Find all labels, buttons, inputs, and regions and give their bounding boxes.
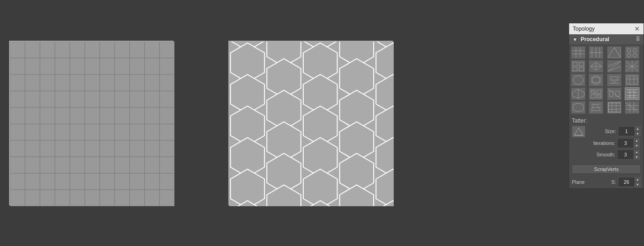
pattern-icon-13[interactable]	[571, 87, 586, 100]
scrapverts-button[interactable]: ScrapVerts	[572, 165, 641, 174]
size-value: 1	[618, 128, 634, 134]
plane-s-label: S:	[612, 179, 616, 185]
pattern-icon-10[interactable]	[589, 74, 603, 86]
size-arrows: ▲ ▼	[634, 127, 640, 136]
svg-rect-98	[608, 48, 621, 58]
plane-label: Plane	[572, 179, 585, 185]
size-down-arrow[interactable]: ▼	[635, 131, 640, 136]
tatter-size-row: Size: 1 ▲ ▼	[572, 126, 641, 137]
smooth-up-arrow[interactable]: ▲	[634, 150, 639, 155]
plane-row: Plane S: 26 ▲ ▼	[569, 176, 644, 188]
iterations-value: 3	[618, 140, 633, 146]
right-viewport	[228, 41, 393, 205]
pattern-icon-11[interactable]	[607, 74, 622, 86]
smooth-spinbox[interactable]: 3 ▲ ▼	[617, 150, 640, 160]
svg-rect-135	[626, 75, 639, 85]
plane-s-spinbox[interactable]: 26 ▲ ▼	[618, 177, 641, 187]
panel-close-icon[interactable]: ✕	[634, 25, 640, 32]
pattern-icon-19[interactable]	[607, 101, 622, 114]
svg-rect-88	[572, 48, 585, 58]
topology-panel: Topology ✕ ▼ Procedural ⠿	[569, 23, 644, 189]
iterations-up-arrow[interactable]: ▲	[634, 139, 639, 143]
section-arrow[interactable]: ▼	[573, 37, 577, 42]
pattern-icon-7[interactable]	[607, 60, 622, 73]
svg-rect-160	[572, 102, 585, 112]
plane-s-value: 26	[618, 179, 634, 185]
tatter-label: Tatter:	[572, 118, 641, 124]
panel-title: Topology	[573, 26, 595, 32]
pattern-icon-3[interactable]	[607, 46, 622, 59]
pattern-icon-14[interactable]	[589, 87, 603, 100]
section-grid-icon: ⠿	[636, 36, 640, 43]
size-label: Size:	[586, 128, 616, 134]
pattern-icon-18[interactable]	[589, 101, 603, 114]
pattern-icon-17[interactable]	[571, 101, 586, 114]
smooth-down-arrow[interactable]: ▼	[634, 155, 639, 159]
svg-rect-124	[572, 75, 585, 85]
plane-s-up-arrow[interactable]: ▲	[635, 177, 640, 182]
smooth-arrows: ▲ ▼	[633, 150, 639, 159]
size-spinbox[interactable]: 1 ▲ ▼	[618, 126, 641, 136]
plane-s-down-arrow[interactable]: ▼	[635, 182, 640, 187]
svg-rect-153	[626, 89, 639, 99]
svg-rect-106	[572, 61, 585, 71]
pattern-icon-16[interactable]	[625, 87, 639, 100]
iterations-row: Iterations: 3 ▲ ▼	[572, 138, 641, 148]
left-viewport: // will be drawn below via JS	[9, 41, 174, 205]
hex-svg	[229, 42, 394, 206]
pattern-icon-6[interactable]	[589, 60, 603, 73]
tatter-icon	[572, 126, 585, 137]
svg-rect-168	[608, 102, 621, 112]
panel-header: Topology ✕	[569, 23, 644, 34]
iterations-label: Iterations:	[573, 140, 615, 146]
pattern-icon-12[interactable]	[625, 74, 639, 86]
pattern-icon-5[interactable]	[571, 60, 586, 73]
pattern-icon-9[interactable]	[571, 74, 586, 86]
pattern-icon-15[interactable]	[607, 87, 622, 100]
svg-rect-126	[590, 75, 602, 85]
iterations-arrows: ▲ ▼	[633, 139, 639, 148]
smooth-row: Smooth: 3 ▲ ▼	[572, 150, 641, 160]
grid-svg: // will be drawn below via JS	[10, 42, 174, 206]
tatter-section: Tatter: Size: 1 ▲ ▼ Iterations: 3 ▲ ▼	[569, 116, 644, 163]
main-area: // will be drawn below via JS	[0, 0, 644, 246]
pattern-icon-2[interactable]	[589, 46, 603, 59]
iterations-down-arrow[interactable]: ▼	[634, 143, 639, 148]
pattern-icon-4[interactable]	[625, 46, 639, 59]
size-up-arrow[interactable]: ▲	[635, 127, 640, 131]
smooth-value: 3	[618, 151, 633, 158]
pattern-icon-grid	[569, 44, 644, 116]
iterations-spinbox[interactable]: 3 ▲ ▼	[617, 138, 640, 148]
section-label: Procedural	[581, 36, 609, 43]
plane-s-arrows: ▲ ▼	[634, 177, 640, 187]
pattern-icon-1[interactable]	[571, 46, 586, 59]
section-title: ▼ Procedural ⠿	[569, 34, 644, 44]
smooth-label: Smooth:	[573, 152, 615, 157]
pattern-icon-20[interactable]	[625, 101, 639, 114]
pattern-icon-8[interactable]	[625, 60, 639, 73]
